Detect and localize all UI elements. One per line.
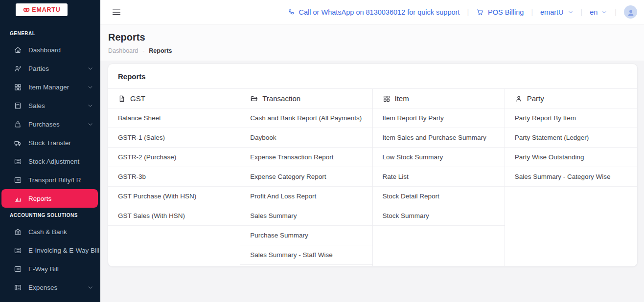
- sidebar-item-label: Purchases: [28, 121, 60, 128]
- separator: |: [531, 8, 533, 16]
- breadcrumb-current: Reports: [149, 47, 172, 54]
- report-link-sales-summary-staff-wise[interactable]: Sales Summary - Staff Wise: [240, 245, 372, 265]
- report-link-sales-summary-category-wise[interactable]: Sales Summary - Category Wise: [505, 167, 637, 187]
- sidebar-item-e-way-bill[interactable]: E-Way Bill: [0, 259, 100, 278]
- report-column-header-gst: GST: [108, 89, 240, 108]
- report-link-stock-summary[interactable]: Stock Summary: [373, 206, 505, 226]
- chevron-down-icon: [87, 103, 93, 109]
- brand-name: EMARTU: [32, 6, 60, 13]
- report-link-gstr-1-sales[interactable]: GSTR-1 (Sales): [108, 128, 240, 148]
- phone-icon: [287, 8, 295, 16]
- breadcrumb-dashboard[interactable]: Dashboard: [108, 47, 138, 54]
- pos-billing-link[interactable]: POS Billing: [476, 8, 524, 16]
- sidebar-item-expenses[interactable]: Expenses: [0, 278, 100, 297]
- hamburger-menu-icon[interactable]: [111, 7, 122, 18]
- report-link-balance-sheet[interactable]: Balance Sheet: [108, 108, 240, 128]
- person-icon: [515, 95, 523, 103]
- report-link-daybook[interactable]: Daybook: [240, 128, 372, 148]
- report-link-expense-category-report[interactable]: Expense Category Report: [240, 167, 372, 187]
- company-dropdown[interactable]: emartU: [540, 8, 574, 16]
- chevron-down-icon: [568, 9, 574, 15]
- sidebar-item-parties[interactable]: Parties: [0, 59, 100, 78]
- grid-icon: [383, 95, 391, 103]
- pos-billing-label: POS Billing: [488, 8, 524, 16]
- receipt-icon: [14, 283, 22, 292]
- report-link-cash-and-bank-report-all-payments[interactable]: Cash and Bank Report (All Payments): [240, 108, 372, 128]
- sidebar-item-label: Item Manager: [28, 84, 69, 91]
- sidebar-item-item-manager[interactable]: Item Manager: [0, 78, 100, 96]
- sidebar-item-dashboard[interactable]: Dashboard: [0, 41, 100, 59]
- file-icon: [118, 95, 126, 103]
- sidebar-item-transport-bilty-lr[interactable]: Transport Bilty/LR: [0, 171, 100, 189]
- separator: |: [615, 8, 617, 16]
- report-column-item: ItemItem Report By PartyItem Sales and P…: [373, 89, 505, 266]
- report-link-party-wise-outstanding[interactable]: Party Wise Outstanding: [505, 148, 637, 167]
- report-link-item-sales-and-purchase-summary[interactable]: Item Sales and Purchase Summary: [373, 128, 505, 148]
- sidebar-section-accounting-solutions: ACCOUNTING SOLUTIONS: [0, 208, 100, 222]
- sidebar-item-label: Transport Bilty/LR: [28, 176, 81, 184]
- sidebar-item-stock-transfer[interactable]: Stock Transfer: [0, 133, 100, 152]
- chevron-down-icon: [87, 121, 93, 128]
- report-column-header-label: Item: [395, 94, 409, 103]
- sidebar-item-sales[interactable]: Sales: [0, 96, 100, 115]
- breadcrumb: Dashboard - Reports: [108, 47, 644, 54]
- report-link-low-stock-summary[interactable]: Low Stock Summary: [373, 148, 505, 167]
- report-link-party-statement-ledger[interactable]: Party Statement (Ledger): [505, 128, 637, 148]
- user-avatar[interactable]: [624, 5, 637, 19]
- sidebar-item-label: Stock Adjustment: [28, 158, 79, 165]
- card-list-icon: [14, 176, 22, 184]
- report-link-stock-detail-report[interactable]: Stock Detail Report: [373, 187, 505, 206]
- report-column-party: PartyParty Report By ItemParty Statement…: [505, 89, 637, 266]
- sidebar-item-e-invoicing-e-way-bill[interactable]: E-Invoicing & E-Way Bill: [0, 241, 100, 259]
- report-link-gstr-2-purchase[interactable]: GSTR-2 (Purchase): [108, 148, 240, 167]
- report-link-purchase-summary[interactable]: Purchase Summary: [240, 226, 372, 245]
- report-link-gstr-3b[interactable]: GSTR-3b: [108, 167, 240, 187]
- report-link-expense-transaction-report[interactable]: Expense Transaction Report: [240, 148, 372, 167]
- home-icon: [14, 46, 22, 54]
- topbar-right: Call or WhatsApp on 8130036012 for quick…: [287, 5, 637, 19]
- sidebar-nav: GENERALDashboardPartiesItem ManagerSales…: [0, 16, 100, 297]
- separator: |: [467, 8, 469, 16]
- report-link-gst-sales-with-hsn[interactable]: GST Sales (With HSN): [108, 206, 240, 226]
- support-link-label: Call or WhatsApp on 8130036012 for quick…: [299, 8, 460, 16]
- reports-card: Reports GSTBalance SheetGSTR-1 (Sales)GS…: [108, 64, 638, 267]
- sidebar-item-label: E-Way Bill: [28, 265, 59, 273]
- sidebar-item-purchases[interactable]: Purchases: [0, 115, 100, 133]
- report-link-sales-summary[interactable]: Sales Summary: [240, 206, 372, 226]
- chevron-down-icon: [87, 84, 93, 90]
- sidebar-item-reports[interactable]: Reports: [1, 189, 98, 208]
- report-link-item-report-by-party[interactable]: Item Report By Party: [373, 108, 505, 128]
- bag-icon: [14, 120, 22, 129]
- sidebar-section-general: GENERAL: [0, 26, 100, 41]
- language-dropdown[interactable]: en: [590, 8, 607, 16]
- chevron-down-icon: [601, 9, 607, 15]
- report-column-header-item: Item: [373, 89, 505, 108]
- app-window: EMARTU GENERALDashboardPartiesItem Manag…: [0, 0, 644, 302]
- grid-icon: [14, 83, 22, 91]
- report-link-gst-purchase-with-hsn[interactable]: GST Purchase (With HSN): [108, 187, 240, 206]
- sidebar-item-label: E-Invoicing & E-Way Bill: [28, 247, 99, 254]
- sidebar-item-cash-bank[interactable]: Cash & Bank: [0, 222, 100, 241]
- report-column-header-label: Party: [527, 94, 544, 103]
- sidebar-item-label: Parties: [28, 65, 49, 72]
- report-link-party-report-by-item[interactable]: Party Report By Item: [505, 108, 637, 128]
- calculator-icon: [14, 102, 22, 110]
- sidebar-item-label: Expenses: [28, 284, 57, 291]
- sidebar-item-label: Sales: [28, 102, 45, 109]
- report-column-header-transaction: Transaction: [240, 89, 372, 108]
- sidebar-item-stock-adjustment[interactable]: Stock Adjustment: [0, 152, 100, 171]
- page-head: Reports Dashboard - Reports: [100, 24, 644, 61]
- separator: |: [581, 8, 583, 16]
- support-link[interactable]: Call or WhatsApp on 8130036012 for quick…: [287, 8, 460, 16]
- report-column-header-label: Transaction: [262, 94, 300, 103]
- page-title: Reports: [108, 32, 644, 43]
- brand-logo[interactable]: EMARTU: [16, 3, 68, 16]
- sidebar-item-label: Reports: [28, 195, 51, 202]
- topbar: Call or WhatsApp on 8130036012 for quick…: [100, 0, 644, 24]
- reports-card-title: Reports: [108, 64, 637, 88]
- reports-table: GSTBalance SheetGSTR-1 (Sales)GSTR-2 (Pu…: [108, 88, 637, 266]
- report-column-header-label: GST: [130, 94, 145, 103]
- report-link-rate-list[interactable]: Rate List: [373, 167, 505, 187]
- truck-icon: [14, 139, 22, 147]
- report-link-profit-and-loss-report[interactable]: Profit And Loss Report: [240, 187, 372, 206]
